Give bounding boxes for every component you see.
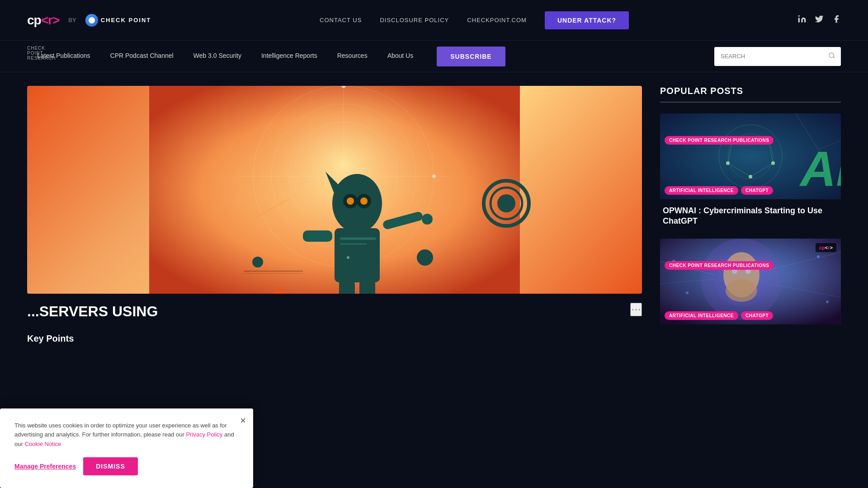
svg-rect-25 [359,280,375,294]
facebook-icon[interactable] [832,14,841,26]
nav-about-us[interactable]: About Us [377,41,424,72]
more-options-button[interactable]: ⋯ [630,303,642,316]
tag-ai-2: ARTIFICIAL INTELLIGENCE [665,311,738,320]
logo-bracket-open: < [41,13,48,27]
search-input[interactable] [714,49,823,63]
cookie-close-button[interactable]: × [240,415,246,427]
article-title-area: ⋯ ...SERVERS USING [27,294,642,324]
svg-point-20 [422,214,433,225]
cpr-logo-small: cp<r> [819,245,833,250]
nav-web3-security[interactable]: Web 3.0 Security [184,41,251,72]
svg-point-35 [417,249,433,266]
post-card-2[interactable]: cp<r> ARTIFICIAL INTELLIGENCE CHATGPT CH… [660,239,841,324]
tag-chatgpt: CHATGPT [741,186,773,195]
key-points-heading: Key Points [27,333,642,344]
svg-point-77 [826,300,829,303]
nav-disclosure-policy[interactable]: DISCLOSURE POLICY [380,17,449,23]
search-icon[interactable] [823,52,841,61]
svg-point-1 [798,15,800,17]
svg-line-3 [833,57,835,58]
main-navbar: Latest Publications CPR Podcast Channel … [0,41,868,72]
sidebar: POPULAR POSTS [660,86,841,344]
post-card-2-tags: ARTIFICIAL INTELLIGENCE CHATGPT [665,311,773,320]
post-card-1-image: AI ARTIFICIAL INTELLIGENCE CHATGPT CHECK… [660,113,841,199]
nav-checkpoint-com[interactable]: CHECKPOINT.COM [467,17,527,23]
logo-r: r [48,13,52,27]
svg-point-44 [432,174,436,178]
svg-point-16 [360,197,368,205]
main-content: ⋯ ...SERVERS USING Key Points POPULAR PO… [0,72,868,357]
logo-cp: cp [27,13,41,27]
post-card-2-logo: cp<r> [816,243,836,252]
dismiss-button[interactable]: DISMISS [83,457,138,475]
hero-image [27,86,642,294]
svg-rect-18 [303,230,332,242]
svg-rect-0 [798,18,800,23]
svg-rect-17 [335,228,380,282]
svg-point-76 [817,255,820,258]
checkpoint-logo[interactable]: CHECK POINT [85,14,151,27]
svg-point-34 [252,257,263,267]
subscribe-button[interactable]: SUBSCRIBE [437,47,505,66]
svg-point-67 [726,279,757,302]
svg-point-2 [829,53,834,58]
svg-rect-24 [339,280,355,294]
cpr-logo[interactable]: cp<r> CHECK POINT RESEARCH [27,13,59,28]
post-card-1[interactable]: AI ARTIFICIAL INTELLIGENCE CHATGPT CHECK… [660,113,841,230]
checkpoint-circle-icon [85,14,98,27]
manage-preferences-button[interactable]: Manage Preferences [14,463,76,470]
by-text: BY [68,17,76,23]
logo-area: cp<r> CHECK POINT RESEARCH BY CHECK POIN… [27,13,151,28]
social-icons [797,14,841,26]
header-nav: CONTACT US DISCLOSURE POLICY CHECKPOINT.… [320,11,629,29]
privacy-policy-link[interactable]: Privacy Policy [186,431,222,438]
svg-point-75 [686,291,689,294]
cookie-actions: Manage Preferences DISMISS [14,457,239,475]
tag-cpr-pub-2: CHECK POINT RESEARCH PUBLICATIONS [665,261,774,270]
logo-subtitle: CHECK POINT RESEARCH [27,46,59,61]
linkedin-icon[interactable] [797,14,807,26]
post-card-2-image: cp<r> ARTIFICIAL INTELLIGENCE CHATGPT CH… [660,239,841,324]
article-area: ⋯ ...SERVERS USING Key Points [27,86,642,344]
tag-cpr-pub: CHECK POINT RESEARCH PUBLICATIONS [665,136,774,145]
hero-illustration [27,86,642,294]
logo-bracket-close: > [52,13,59,27]
svg-point-23 [497,194,515,212]
popular-posts-title: POPULAR POSTS [660,86,841,103]
site-header: cp<r> CHECK POINT RESEARCH BY CHECK POIN… [0,0,868,41]
post-card-1-title: OPWNAI : Cybercriminals Starting to Use … [660,199,841,230]
svg-point-15 [347,197,354,205]
under-attack-button[interactable]: UNDER ATTACK? [545,11,629,29]
cookie-banner: × This website uses cookies in order to … [0,408,253,488]
nav-cpr-podcast[interactable]: CPR Podcast Channel [100,41,184,72]
article-title: ...SERVERS USING [27,303,642,320]
cookie-text: This website uses cookies in order to op… [14,421,239,449]
nav-resources[interactable]: Resources [327,41,377,72]
cookie-notice-link[interactable]: Cookie Notice [24,441,61,447]
nav-intelligence-reports[interactable]: Intelligence Reports [251,41,327,72]
nav-contact-us[interactable]: CONTACT US [320,17,362,23]
svg-point-45 [347,256,349,259]
search-box [714,47,841,66]
checkpoint-name: CHECK POINT [101,17,151,23]
tag-ai: ARTIFICIAL INTELLIGENCE [665,186,738,195]
tag-chatgpt-2: CHATGPT [741,311,773,320]
svg-rect-28 [340,237,376,240]
twitter-icon[interactable] [815,14,824,26]
post-card-1-tags: ARTIFICIAL INTELLIGENCE CHATGPT [665,186,773,195]
svg-rect-29 [340,243,367,245]
